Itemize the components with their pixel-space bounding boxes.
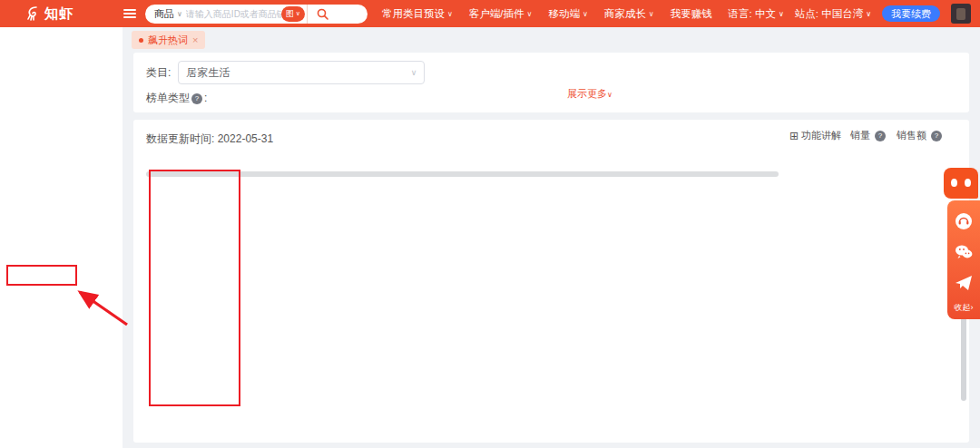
nav-item-label: 移动端 bbox=[548, 7, 580, 21]
top-bar: 知虾 商品∨ 图∨ 常用类目预设∨客户端/插件∨移动端∨商家成长∨我要赚钱 语言… bbox=[0, 0, 980, 27]
nav-item-2[interactable]: 移动端∨ bbox=[548, 7, 587, 21]
guide-icon: ⊞ bbox=[789, 130, 799, 142]
nav-item-label: 我要赚钱 bbox=[671, 7, 712, 21]
telegram-icon[interactable] bbox=[952, 271, 975, 295]
chevron-down-icon: ∨ bbox=[177, 10, 182, 18]
help-icon[interactable]: ? bbox=[191, 93, 202, 104]
tab-label: 飙升热词 bbox=[148, 34, 188, 47]
chevron-down-icon: ∨ bbox=[583, 10, 588, 18]
nav-item-0[interactable]: 常用类目预设∨ bbox=[382, 7, 453, 21]
sales-volume-link[interactable]: 销量? bbox=[850, 129, 887, 142]
menu-toggle-icon[interactable] bbox=[123, 9, 136, 18]
nav-item-label: 客户端/插件 bbox=[469, 7, 524, 21]
horizontal-scrollbar bbox=[146, 170, 956, 178]
app-window: 知虾 商品∨ 图∨ 常用类目预设∨客户端/插件∨移动端∨商家成长∨我要赚钱 语言… bbox=[0, 0, 980, 448]
logo-text: 知虾 bbox=[44, 5, 74, 23]
chevron-down-icon: ∨ bbox=[866, 10, 871, 18]
chevron-down-icon: ∨ bbox=[649, 10, 654, 18]
chevron-down-icon: ∨ bbox=[411, 68, 417, 77]
site-select[interactable]: 站点: 中国台湾∨ bbox=[795, 7, 871, 21]
contact-bar: 收起› bbox=[947, 200, 980, 319]
data-panel-header: 数据更新时间: 2022-05-31 ⊞ 功能讲解 销量? 销售额? bbox=[146, 129, 956, 169]
nav-item-3[interactable]: 商家成长∨ bbox=[604, 7, 654, 21]
language-select[interactable]: 语言: 中文∨ bbox=[729, 7, 784, 21]
renew-button[interactable]: 我要续费 bbox=[882, 5, 940, 22]
category-label: 类目: bbox=[146, 65, 171, 81]
filter-panel: 类目: 居家生活 ∨ 榜单类型?: 展示更多∨ bbox=[133, 53, 969, 112]
show-more-link[interactable]: 展示更多∨ bbox=[567, 87, 612, 101]
top-right: 语言: 中文∨ 站点: 中国台湾∨ 我要续费 bbox=[729, 4, 980, 24]
nav-item-label: 常用类目预设 bbox=[382, 7, 445, 21]
logo[interactable]: 知虾 bbox=[0, 5, 118, 23]
user-avatar[interactable] bbox=[951, 4, 971, 24]
collapse-button[interactable]: 收起› bbox=[955, 298, 974, 316]
sales-amount-link[interactable]: 销售额? bbox=[897, 129, 944, 142]
horizontal-scrollbar-thumb[interactable] bbox=[146, 171, 779, 177]
tab-surging-hot-words[interactable]: 飙升热词 × bbox=[132, 31, 205, 49]
search-button[interactable] bbox=[307, 5, 338, 24]
shrimp-logo-icon bbox=[25, 5, 40, 22]
chevron-down-icon: ∨ bbox=[527, 10, 533, 18]
rank-type-label: 榜单类型?: bbox=[146, 91, 207, 106]
data-panel: 数据更新时间: 2022-05-31 ⊞ 功能讲解 销量? 销售额? bbox=[133, 120, 969, 443]
sidebar bbox=[0, 27, 122, 448]
chevron-down-icon: ∨ bbox=[779, 10, 784, 18]
nav-item-1[interactable]: 客户端/插件∨ bbox=[469, 7, 533, 21]
nav-item-4[interactable]: 我要赚钱 bbox=[671, 7, 712, 21]
floating-contact-widget: 收起› bbox=[940, 168, 980, 319]
main-content: 飙升热词 × 类目: 居家生活 ∨ 榜单类型?: 展示更多∨ bbox=[122, 27, 980, 448]
nav-item-label: 商家成长 bbox=[604, 7, 646, 21]
wechat-icon[interactable] bbox=[952, 240, 975, 264]
mascot-icon[interactable] bbox=[944, 168, 978, 199]
metric-links: ⊞ 功能讲解 销量? 销售额? bbox=[789, 129, 944, 142]
search-icon bbox=[317, 8, 328, 20]
category-select[interactable]: 居家生活 ∨ bbox=[178, 61, 425, 84]
feature-guide-link[interactable]: ⊞ 功能讲解 bbox=[789, 129, 841, 142]
tab-bar: 飙升热词 × bbox=[122, 27, 980, 53]
search-bar: 商品∨ 图∨ bbox=[145, 5, 368, 24]
tab-close-icon[interactable]: × bbox=[192, 34, 198, 45]
help-icon: ? bbox=[875, 131, 886, 141]
chevron-down-icon: ∨ bbox=[447, 10, 453, 18]
tab-active-dot bbox=[139, 38, 143, 43]
customer-service-icon[interactable] bbox=[952, 209, 975, 233]
image-search-button[interactable]: 图∨ bbox=[281, 6, 305, 22]
top-nav: 常用类目预设∨客户端/插件∨移动端∨商家成长∨我要赚钱 bbox=[382, 7, 712, 21]
help-icon: ? bbox=[931, 131, 942, 141]
search-category-select[interactable]: 商品∨ bbox=[145, 7, 186, 21]
search-input[interactable] bbox=[186, 9, 281, 19]
